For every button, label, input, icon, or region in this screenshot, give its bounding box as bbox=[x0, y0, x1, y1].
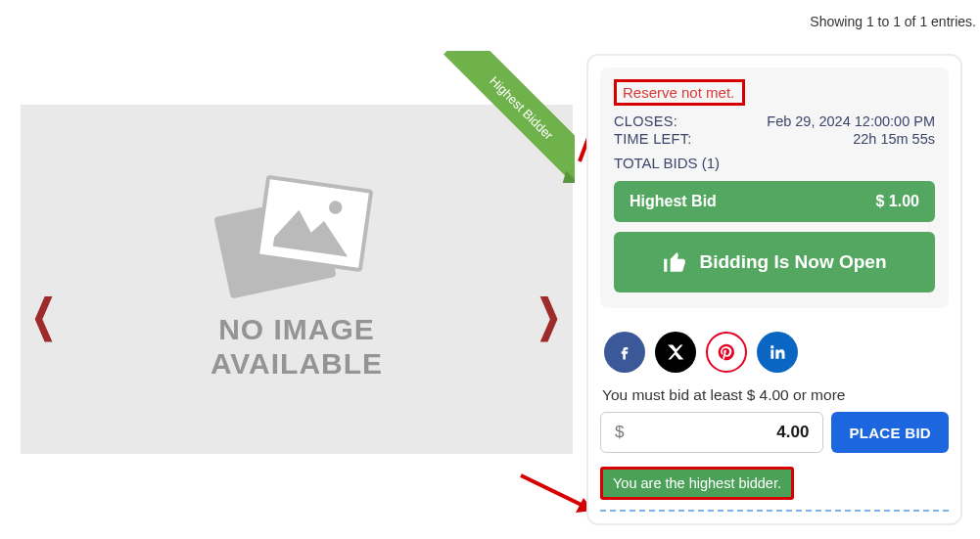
svg-rect-0 bbox=[262, 180, 366, 268]
highest-bid-label: Highest Bid bbox=[630, 193, 717, 210]
divider bbox=[600, 510, 949, 512]
highest-bid-bar: Highest Bid $ 1.00 bbox=[614, 181, 935, 222]
timeleft-label: TIME LEFT: bbox=[614, 131, 692, 147]
place-bid-button[interactable]: PLACE BID bbox=[831, 412, 949, 453]
prev-image-arrow[interactable]: ❮ bbox=[31, 290, 56, 341]
timeleft-value: 22h 15m 55s bbox=[853, 131, 935, 147]
bid-amount-input[interactable]: $ 4.00 bbox=[600, 412, 823, 453]
no-image-text: NO IMAGE AVAILABLE bbox=[210, 313, 383, 381]
annotation-arrow-icon bbox=[519, 472, 597, 525]
currency-symbol: $ bbox=[615, 423, 624, 442]
bidding-open-label: Bidding Is Now Open bbox=[699, 251, 886, 273]
bid-amount-value: 4.00 bbox=[776, 423, 809, 442]
bidding-open-button[interactable]: Bidding Is Now Open bbox=[614, 232, 935, 292]
thumbs-up-icon bbox=[662, 249, 687, 275]
closes-label: CLOSES: bbox=[614, 113, 677, 129]
reserve-status-text: Reserve not met. bbox=[614, 79, 745, 106]
x-share-button[interactable] bbox=[655, 332, 696, 373]
noimage-line-2: AVAILABLE bbox=[210, 347, 383, 380]
social-share-row bbox=[600, 332, 949, 373]
linkedin-share-button[interactable] bbox=[757, 332, 798, 373]
next-image-arrow[interactable]: ❯ bbox=[537, 290, 561, 341]
highest-bid-value: $ 1.00 bbox=[876, 193, 919, 210]
noimage-line-1: NO IMAGE bbox=[218, 313, 375, 345]
total-bids-text: TOTAL BIDS (1) bbox=[614, 155, 935, 171]
pinterest-share-button[interactable] bbox=[706, 332, 747, 373]
bid-panel-meta: Reserve not met. CLOSES: Feb 29, 2024 12… bbox=[600, 67, 949, 308]
closes-value: Feb 29, 2024 12:00:00 PM bbox=[767, 113, 935, 129]
minimum-bid-hint: You must bid at least $ 4.00 or more bbox=[600, 386, 949, 404]
highest-bidder-status-text: You are the highest bidder. bbox=[600, 467, 794, 500]
bid-panel: Reserve not met. CLOSES: Feb 29, 2024 12… bbox=[586, 54, 962, 525]
no-image-placeholder-icon bbox=[213, 178, 380, 295]
facebook-share-button[interactable] bbox=[604, 332, 645, 373]
x-icon bbox=[666, 342, 685, 362]
linkedin-icon bbox=[768, 342, 787, 362]
entries-count-text: Showing 1 to 1 of 1 entries. bbox=[810, 14, 976, 29]
facebook-icon bbox=[615, 342, 634, 362]
pinterest-icon bbox=[717, 342, 736, 362]
product-image-panel: NO IMAGE AVAILABLE bbox=[21, 105, 573, 454]
svg-line-5 bbox=[521, 475, 589, 509]
